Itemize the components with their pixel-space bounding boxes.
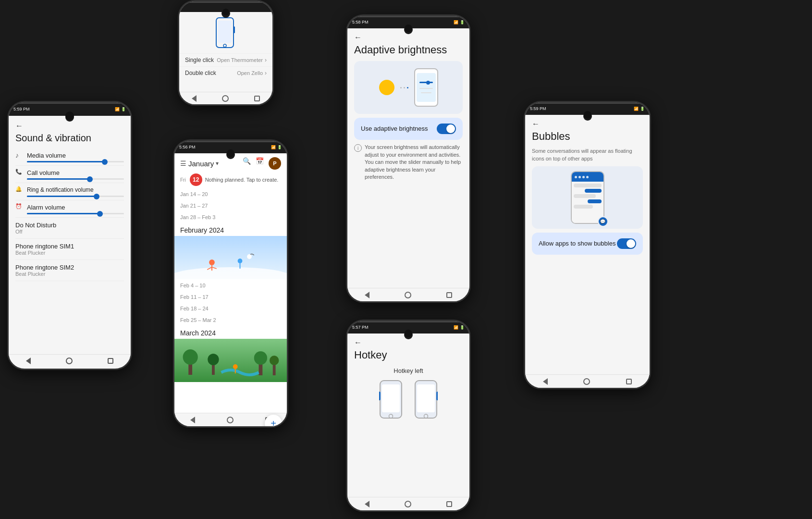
ringtone2-subtitle: Beat Plucker	[15, 271, 124, 277]
setting-dnd[interactable]: Do Not Disturb Off	[15, 218, 124, 239]
nav-bar-1	[9, 354, 131, 367]
february-title: February 2024	[174, 223, 287, 236]
nav-home-6[interactable]	[583, 378, 590, 385]
feb-week-3: Feb 18 – 24	[174, 302, 287, 314]
week-row-2: Jan 21 – 27	[174, 199, 287, 211]
nav-square-2[interactable]	[254, 96, 260, 101]
brightness-info: i Your screen brightness will automatica…	[354, 144, 463, 181]
setting-ringtone1[interactable]: Phone ringtone SIM1 Beat Plucker	[15, 239, 124, 260]
search-icon[interactable]: 🔍	[243, 157, 251, 170]
nav-square-4[interactable]	[446, 292, 452, 298]
single-click-arrow: ›	[265, 57, 267, 63]
hotkey-illustration	[354, 380, 463, 422]
double-click-label: Double click	[185, 70, 216, 76]
calendar-icon[interactable]: 📅	[256, 157, 264, 170]
svg-point-19	[254, 351, 267, 365]
svg-point-10	[238, 259, 243, 263]
status-bar-1: 5:59 PM 📶 🔋	[9, 102, 131, 116]
status-time-5: 5:57 PM	[352, 325, 369, 330]
hotkey-left-label: Hotkey left	[354, 366, 463, 375]
phone-hotkey-top: Single click Open Thermometer › Double c…	[178, 0, 274, 106]
nav-back-2[interactable]	[192, 95, 197, 102]
alarm-volume-label: Alarm volume	[27, 204, 65, 211]
nav-home-4[interactable]	[405, 292, 411, 298]
nav-back-4[interactable]	[365, 292, 369, 298]
svg-point-17	[208, 354, 219, 365]
status-icons-5: 📶 🔋	[454, 325, 465, 330]
alarm-volume-slider[interactable]	[27, 213, 124, 214]
status-icons-1: 📶 🔋	[115, 107, 126, 111]
nav-home-5[interactable]	[405, 501, 411, 507]
phone-calendar: 5:56 PM 📶 🔋 ☰ January ▾ 🔍 📅 P	[173, 139, 288, 428]
no-event-text: Nothing planned. Tap to create.	[205, 177, 279, 183]
brightness-description: Your screen brightness will automaticall…	[365, 144, 463, 181]
ring-volume-label: Ring & notification volume	[27, 186, 94, 193]
double-click-value: Open Zello	[237, 70, 263, 76]
nav-back-6[interactable]	[543, 378, 548, 385]
svg-rect-25	[382, 384, 400, 412]
status-icons-3: 📶 🔋	[271, 145, 282, 149]
nav-square-6[interactable]	[626, 379, 632, 384]
calendar-month: January	[188, 160, 214, 168]
nav-square-1[interactable]	[108, 358, 113, 364]
call-volume-slider[interactable]	[27, 178, 124, 180]
nav-back-3[interactable]	[190, 417, 195, 423]
back-button-1[interactable]: ←	[15, 122, 124, 130]
bubbles-illustration: 💬	[532, 166, 643, 229]
february-illustration	[174, 236, 287, 279]
phone-hotkey: 5:57 PM 📶 🔋 ← Hotkey Hotkey left	[346, 320, 471, 512]
feb-week-4: Feb 25 – Mar 2	[174, 314, 287, 325]
nav-back-5[interactable]	[365, 501, 369, 507]
adaptive-brightness-toggle[interactable]	[437, 124, 456, 134]
dnd-subtitle: Off	[15, 229, 124, 235]
nav-home-1[interactable]	[66, 358, 73, 364]
svg-rect-1	[218, 21, 232, 43]
month-dropdown-icon[interactable]: ▾	[216, 160, 219, 167]
nav-home-2[interactable]	[222, 95, 229, 102]
march-section: March 2024	[174, 326, 287, 382]
single-click-value: Open Thermometer	[217, 57, 263, 63]
calendar-day-header: Fri 12 Nothing planned. Tap to create.	[174, 172, 287, 188]
nav-bar-6	[525, 374, 650, 388]
week-text-3: Jan 28 – Feb 3	[180, 214, 215, 220]
call-volume-label: Call volume	[27, 169, 60, 176]
media-volume-slider[interactable]	[27, 161, 124, 162]
single-click-row[interactable]: Single click Open Thermometer ›	[179, 54, 272, 67]
ring-volume-slider[interactable]	[27, 196, 124, 197]
page-title-5: Hotkey	[354, 349, 463, 361]
day-label-fri: Fri	[180, 177, 186, 183]
call-volume-icon: 📞	[15, 169, 23, 176]
bubble-phone-mini	[571, 171, 604, 224]
nav-back-1[interactable]	[26, 358, 31, 364]
user-avatar[interactable]: P	[269, 157, 281, 170]
status-time-1: 5:59 PM	[13, 107, 30, 111]
svg-point-15	[183, 349, 198, 365]
media-volume-icon: ♪	[15, 151, 23, 159]
double-click-arrow: ›	[265, 70, 267, 76]
ring-volume-icon: 🔔	[15, 186, 23, 194]
back-button-4[interactable]: ←	[354, 33, 463, 42]
double-click-row[interactable]: Double click Open Zello ›	[179, 67, 272, 79]
setting-ringtone2[interactable]: Phone ringtone SIM2 Beat Plucker	[15, 260, 124, 281]
march-title: March 2024	[174, 326, 287, 339]
calendar-icons: 🔍 📅 P	[243, 157, 281, 170]
floating-bubble: 💬	[598, 216, 608, 227]
page-title-6: Bubbles	[532, 130, 643, 143]
back-button-5[interactable]: ←	[354, 338, 463, 347]
bubbles-description: Some conversations will appear as floati…	[532, 148, 643, 162]
nav-square-5[interactable]	[446, 501, 452, 507]
svg-rect-29	[417, 384, 435, 412]
back-button-6[interactable]: ←	[532, 120, 643, 128]
ringtone2-title: Phone ringtone SIM2	[15, 264, 124, 271]
nav-home-3[interactable]	[227, 417, 234, 423]
svg-point-22	[233, 364, 238, 369]
hotkey-phone-left	[379, 380, 406, 420]
hamburger-icon[interactable]: ☰	[180, 160, 186, 167]
allow-bubbles-toggle[interactable]	[617, 238, 636, 249]
phone-mini-brightness	[414, 68, 438, 107]
phone-sound-vibration: 5:59 PM 📶 🔋 ← Sound & vibration ♪ Media …	[7, 101, 132, 370]
ringtone1-subtitle: Beat Plucker	[15, 250, 124, 256]
page-title-4: Adaptive brightness	[354, 44, 463, 56]
volume-item-call: 📞 Call volume	[15, 166, 124, 183]
sun-icon	[379, 80, 394, 95]
